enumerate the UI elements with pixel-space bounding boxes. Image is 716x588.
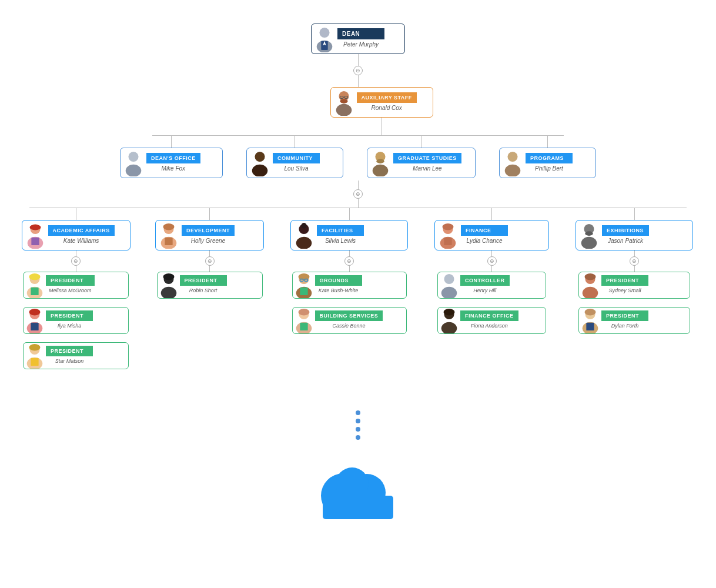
vline-grad xyxy=(421,136,421,148)
facilities-node[interactable]: FACILITIES Silvia Lewis xyxy=(290,220,408,250)
development-content: DEVELOPMENT Holly Greene xyxy=(182,225,235,246)
aa-children: PRESIDENT Melissa McGroom xyxy=(23,272,129,369)
building-services-content: BUILDING SERVICES Cassie Bonne xyxy=(315,310,383,330)
svg-point-15 xyxy=(376,159,384,163)
facilities-col: FACILITIES Silvia Lewis ⊖ xyxy=(287,208,411,369)
president-sydney-node[interactable]: PRESIDENT Sydney Small xyxy=(578,272,690,299)
programs-avatar xyxy=(500,148,526,178)
president-robin-avatar xyxy=(158,272,180,298)
org-chart: DEAN Peter Murphy ⊖ xyxy=(0,12,716,522)
academic-affairs-col: ACADEMIC AFFAIRS Kate Williams ⊖ xyxy=(20,208,132,369)
academic-affairs-title: ACADEMIC AFFAIRS xyxy=(48,225,115,236)
finance-office-content: FINANCE OFFICE Fiona Anderson xyxy=(460,310,518,330)
svg-rect-38 xyxy=(165,238,172,245)
auxiliary-node[interactable]: AUXILIARY STAFF Ronald Cox xyxy=(330,87,433,118)
president-star-node[interactable]: PRESIDENT Star Matson xyxy=(23,342,129,369)
deansoffice-content: DEAN'S OFFICE Mike Fox xyxy=(146,153,200,173)
president-melissa-title: PRESIDENT xyxy=(46,275,95,286)
president-melissa-node[interactable]: PRESIDENT Melissa McGroom xyxy=(23,272,129,299)
org-chart-container: DEAN Peter Murphy ⊖ xyxy=(0,0,716,588)
programs-name: Phillip Bert xyxy=(526,163,573,173)
collapse-aa[interactable]: ⊖ xyxy=(71,256,81,266)
svg-point-36 xyxy=(163,223,175,230)
auxiliary-avatar xyxy=(331,88,357,117)
building-services-title: BUILDING SERVICES xyxy=(315,310,383,321)
development-node[interactable]: DEVELOPMENT Holly Greene xyxy=(155,220,264,250)
graduatestudies-title: GRADUATE STUDIES xyxy=(393,153,461,163)
building-services-avatar xyxy=(293,308,315,333)
president-robin-node[interactable]: PRESIDENT Robin Short xyxy=(157,272,263,299)
finance-col: FINANCE Lydia Chance ⊖ xyxy=(433,208,551,369)
community-node[interactable]: COMMUNITY Lou Silva xyxy=(246,148,343,178)
dots-vertical xyxy=(356,405,360,446)
hline-row4 xyxy=(29,208,687,208)
svg-point-16 xyxy=(373,165,389,176)
auxiliary-title: AUXILIARY STAFF xyxy=(357,92,417,103)
vline-dean xyxy=(358,54,359,66)
community-avatar xyxy=(247,148,273,178)
svg-rect-58 xyxy=(444,238,451,245)
graduatestudies-avatar xyxy=(367,148,393,178)
president-dylan-node[interactable]: PRESIDENT Dylan Forth xyxy=(578,307,690,334)
exhibitions-node[interactable]: EXHIBITIONS Jason Patrick xyxy=(576,220,693,250)
graduatestudies-node[interactable]: GRADUATE STUDIES Marvin Lee xyxy=(367,148,476,178)
academic-affairs-avatar xyxy=(22,220,48,250)
svg-rect-77 xyxy=(323,496,393,519)
svg-rect-34 xyxy=(31,358,38,366)
deansoffice-name: Mike Fox xyxy=(146,163,200,173)
collapse-row3[interactable]: ⊖ xyxy=(353,189,363,199)
vline-aa xyxy=(76,208,76,220)
vline-above-row4 xyxy=(358,199,359,208)
svg-rect-22 xyxy=(31,238,39,245)
dean-avatar xyxy=(312,24,337,54)
president-star-title: PRESIDENT xyxy=(46,346,93,356)
finance-node[interactable]: FINANCE Lydia Chance xyxy=(434,220,549,250)
facilities-name: Silvia Lewis xyxy=(317,236,364,246)
collapse-dean[interactable]: ⊖ xyxy=(353,66,363,75)
controller-node[interactable]: CONTROLLER Henry Hill xyxy=(437,272,546,299)
svg-point-66 xyxy=(581,237,597,249)
svg-point-9 xyxy=(336,104,352,116)
president-dylan-title: PRESIDENT xyxy=(601,310,648,321)
programs-node[interactable]: PROGRAMS Phillip Bert xyxy=(499,148,596,178)
svg-point-65 xyxy=(585,231,593,236)
programs-col: PROGRAMS Phillip Bert xyxy=(499,136,596,178)
building-services-name: Cassie Bonne xyxy=(315,321,383,330)
svg-point-12 xyxy=(255,152,265,162)
collapse-exhibitions[interactable]: ⊖ xyxy=(630,256,639,266)
finance-office-node[interactable]: FINANCE OFFICE Fiona Anderson xyxy=(437,307,546,334)
svg-point-5 xyxy=(340,99,347,103)
building-services-node[interactable]: BUILDING SERVICES Cassie Bonne xyxy=(292,307,407,334)
president-robin-content: PRESIDENT Robin Short xyxy=(180,275,227,295)
collapse-dev[interactable]: ⊖ xyxy=(205,256,215,266)
deansoffice-node[interactable]: DEAN'S OFFICE Mike Fox xyxy=(120,148,223,178)
dean-content: DEAN Peter Murphy xyxy=(337,28,384,49)
collapse-finance[interactable]: ⊖ xyxy=(487,256,497,266)
finance-title: FINANCE xyxy=(461,225,508,236)
svg-point-69 xyxy=(583,287,598,298)
dean-wrap: DEAN Peter Murphy ⊖ xyxy=(311,24,405,87)
finance-name: Lydia Chance xyxy=(461,236,508,246)
dot-3 xyxy=(356,427,360,432)
dean-node[interactable]: DEAN Peter Murphy xyxy=(311,24,405,54)
academic-affairs-node[interactable]: ACADEMIC AFFAIRS Kate Williams xyxy=(22,220,131,250)
president-sydney-avatar xyxy=(579,272,601,298)
facilities-children: GROUNDS Kate Bush-White xyxy=(292,272,407,334)
president-dylan-content: PRESIDENT Dylan Forth xyxy=(601,310,648,330)
svg-point-62 xyxy=(444,309,455,315)
svg-point-0 xyxy=(319,28,329,38)
president-dylan-avatar xyxy=(579,308,601,333)
grounds-node[interactable]: GROUNDS Kate Bush-White xyxy=(292,272,407,299)
president-melissa-avatar xyxy=(24,272,46,298)
president-ilya-title: PRESIDENT xyxy=(46,310,93,321)
svg-point-10 xyxy=(128,152,138,162)
svg-point-40 xyxy=(163,273,174,280)
svg-point-18 xyxy=(505,165,521,176)
auxiliary-wrap: AUXILIARY STAFF Ronald Cox xyxy=(330,87,433,135)
svg-point-71 xyxy=(585,309,596,315)
programs-title: PROGRAMS xyxy=(526,153,573,163)
development-title: DEVELOPMENT xyxy=(182,225,235,236)
president-ilya-node[interactable]: PRESIDENT Ilya Misha xyxy=(23,307,129,334)
community-title: COMMUNITY xyxy=(273,153,320,163)
collapse-fac[interactable]: ⊖ xyxy=(344,256,354,266)
